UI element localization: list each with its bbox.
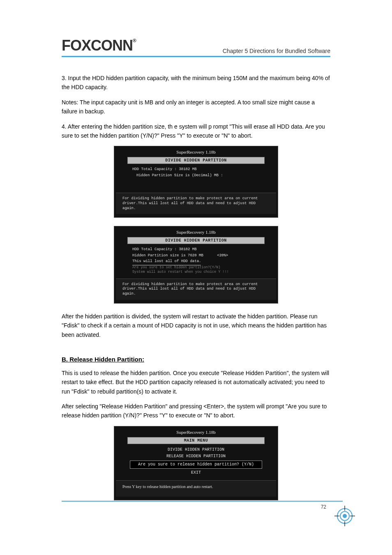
ss2-body: HDD Total Capacity : 38182 MB Hidden Par… [116, 244, 276, 278]
svg-point-2 [343, 514, 347, 518]
section-b-p2: After selecting "Release Hidden Partitio… [62, 402, 330, 420]
ss2-size-line: Hidden Partition size is 7620 MB [132, 253, 203, 258]
ss3-menu-release: RELEASE HIDDEN PARTITION [116, 453, 276, 460]
screenshot-divide-input: SuperRecovery 1.18b DIVIDE HIDDEN PARTIT… [114, 146, 278, 218]
ss1-bottom-hint: For dividing hidden partition to make pr… [116, 193, 276, 214]
logo-registered-mark: ® [133, 38, 136, 44]
ss2-capacity-line: HDD Total Capacity : 38182 MB [132, 246, 260, 252]
screenshot-release-menu: SuperRecovery 1.18b MAIN MENU DIVIDE HID… [114, 426, 278, 500]
footer-divider [62, 501, 343, 502]
screenshot-divide-confirm: SuperRecovery 1.18b DIVIDE HIDDEN PARTIT… [114, 226, 278, 303]
logo-text: FOXCONN [62, 37, 133, 54]
paragraph-step4: 4. After entering the hidden partition s… [62, 122, 330, 140]
ss3-confirm-prompt: Are you sure to release hidden partition… [130, 461, 262, 469]
ss2-size-row: Hidden Partition size is 7620 MB <20%> [132, 253, 260, 258]
ss3-panel-header: MAIN MENU [127, 437, 265, 444]
foxconn-logo: FOXCONN® [62, 37, 136, 54]
ss1-panel-header: DIVIDE HIDDEN PARTITION [127, 157, 265, 164]
ss3-menu: DIVIDE HIDDEN PARTITION RELEASE HIDDEN P… [116, 444, 276, 480]
ss1-body: HDD Total Capacity : 38182 MB Hidden Par… [116, 164, 276, 193]
page-number: 72 [321, 504, 326, 510]
ss1-title: SuperRecovery 1.18b [116, 148, 276, 157]
page-header: FOXCONN® Chapter 5 Directions for Bundle… [62, 37, 330, 57]
section-b-p1: This is used to release the hidden parti… [62, 368, 330, 396]
ss2-title: SuperRecovery 1.18b [116, 228, 276, 237]
paragraph-after-divide: After the hidden partition is divided, t… [62, 312, 330, 339]
ss2-warn-line: This will lost all of HDD data. [132, 258, 201, 265]
paragraph-step3: 3. Input the HDD hidden partition capaci… [62, 74, 330, 92]
chapter-title: Chapter 5 Directions for Bundled Softwar… [223, 48, 330, 54]
ss2-confirm-line: Are you sure to set hidden partition?(Y/… [132, 265, 260, 270]
crop-mark-target-icon [334, 506, 355, 526]
ss2-bottom-hint: For dividing hidden partition to make pr… [116, 279, 276, 300]
ss2-restart-line: System will auto restart when you choice… [132, 270, 260, 274]
document-page: FOXCONN® Chapter 5 Directions for Bundle… [0, 0, 392, 533]
section-b-heading: B. Release Hidden Partition: [62, 356, 330, 363]
ss1-capacity-line: HDD Total Capacity : 38182 MB [132, 166, 260, 172]
ss3-bottom-hint: Press Y key to release hidden partition … [116, 480, 276, 497]
ss3-title: SuperRecovery 1.18b [116, 428, 276, 437]
ss2-percent: <20%> [217, 253, 228, 258]
ss2-panel-header: DIVIDE HIDDEN PARTITION [127, 237, 265, 244]
ss3-menu-divide: DIVIDE HIDDEN PARTITION [116, 447, 276, 453]
ss3-menu-exit: EXIT [116, 470, 276, 476]
paragraph-notes: Notes: The input capacity unit is MB and… [62, 98, 330, 116]
ss1-size-prompt: Hidden Partition Size is (Decimal) MB : [136, 173, 260, 178]
